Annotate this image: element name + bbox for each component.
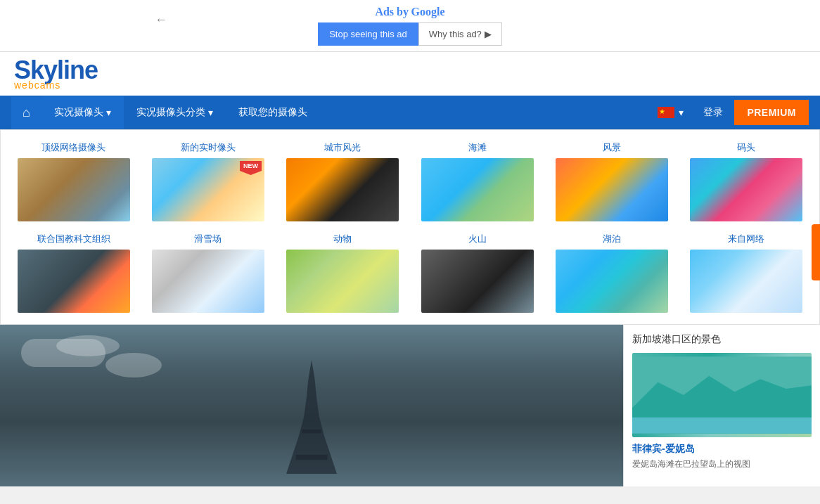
category-image-volcano	[421, 250, 534, 313]
login-button[interactable]: 登录	[692, 96, 734, 129]
ad-bar: Ads by Google Stop seeing this ad Why th…	[0, 0, 820, 52]
category-landscape[interactable]: 风景	[550, 141, 673, 221]
eiffel-tower-silhouette	[276, 360, 347, 486]
category-image-kite	[690, 250, 802, 313]
sidebar-camera-desc: 爱妮岛海滩在巴拉望岛上的视图	[632, 458, 812, 470]
category-top-webcams[interactable]: 顶级网络摄像头	[12, 141, 135, 221]
category-dropdown: 顶级网络摄像头 新的实时像头 NEW 城市风光 海滩 风景 码头 联合国教科文组…	[0, 129, 820, 325]
sidebar-image-svg	[632, 353, 812, 437]
category-animals[interactable]: 动物	[281, 233, 404, 313]
category-label-beach: 海滩	[468, 141, 487, 154]
category-image-lake	[556, 250, 668, 313]
category-image-seaside	[421, 158, 534, 221]
new-badge: NEW	[240, 161, 262, 175]
sidebar-camera-name[interactable]: 菲律宾-爱妮岛	[632, 443, 812, 455]
flag-cn-icon	[658, 107, 674, 118]
language-selector[interactable]: ▾	[649, 107, 692, 118]
sidebar-location-text: 新加坡港口区的景色	[632, 333, 812, 346]
chevron-down-icon: ▾	[106, 107, 111, 118]
header: ← Skyline webcams	[0, 52, 820, 96]
category-label-landscape: 风景	[603, 141, 621, 154]
category-city[interactable]: 城市风光	[281, 141, 404, 221]
category-harbor[interactable]: 码头	[685, 141, 808, 221]
category-image-harbor	[690, 158, 802, 221]
category-image-beach: NEW	[152, 158, 264, 221]
chevron-down-icon-2: ▾	[208, 107, 213, 118]
category-label-city: 城市风光	[324, 141, 361, 154]
main-content: 新加坡港口区的景色 菲律宾-爱妮岛 爱妮岛海滩在巴拉望岛上的视图	[0, 325, 820, 486]
category-image-animals	[286, 250, 399, 313]
flag-dropdown-arrow: ▾	[679, 107, 684, 118]
category-image-pyramids	[18, 158, 130, 221]
ad-buttons-container: Stop seeing this ad Why this ad? ▶	[0, 22, 820, 46]
svg-rect-3	[632, 418, 812, 434]
main-webcam-image[interactable]	[0, 325, 623, 486]
category-from-web[interactable]: 来自网络	[685, 233, 808, 313]
logo-webcams: webcams	[14, 80, 98, 90]
sidebar-panel: 新加坡港口区的景色 菲律宾-爱妮岛 爱妮岛海滩在巴拉望岛上的视图	[623, 325, 820, 486]
nav-label-categories: 实况摄像头分类	[136, 106, 205, 119]
why-icon: ▶	[485, 29, 492, 39]
side-tab[interactable]	[812, 224, 820, 280]
main-nav: ⌂ 实况摄像头 ▾ 实况摄像头分类 ▾ 获取您的摄像头 ▾ 登录 PREMIUM	[0, 96, 820, 129]
premium-button[interactable]: PREMIUM	[734, 100, 809, 125]
svg-rect-0	[296, 455, 328, 460]
back-button[interactable]: ←	[155, 13, 167, 27]
category-unesco[interactable]: 联合国教科文组织	[12, 233, 135, 313]
svg-rect-1	[302, 429, 321, 433]
cloud-2	[56, 335, 120, 356]
category-label-unesco: 联合国教科文组织	[37, 233, 110, 245]
category-label-new: 新的实时像头	[181, 141, 236, 154]
category-label-animals: 动物	[333, 233, 352, 245]
nav-label-get-camera: 获取您的摄像头	[238, 106, 307, 119]
logo[interactable]: Skyline webcams	[14, 58, 98, 90]
ads-by-text: Ads by	[375, 6, 409, 18]
google-text: Google	[411, 6, 445, 18]
category-label-from-web: 来自网络	[728, 233, 764, 245]
nav-item-get-camera[interactable]: 获取您的摄像头	[226, 96, 320, 129]
category-image-city	[286, 158, 399, 221]
category-ski[interactable]: 滑雪场	[146, 233, 269, 313]
category-label-ski: 滑雪场	[194, 233, 222, 245]
category-image-snow	[152, 250, 264, 313]
ads-by-google-label: Ads by Google	[0, 6, 820, 18]
sidebar-thumbnail[interactable]	[632, 353, 812, 437]
nav-label-webcams: 实况摄像头	[54, 106, 103, 119]
category-volcano[interactable]: 火山	[416, 233, 539, 313]
category-label-harbor: 码头	[737, 141, 755, 154]
nav-item-webcams[interactable]: 实况摄像头 ▾	[41, 96, 124, 129]
stop-seeing-ad-button[interactable]: Stop seeing this ad	[318, 22, 418, 46]
category-image-landscape	[556, 158, 668, 221]
cloud-3	[105, 353, 162, 377]
why-this-ad-button[interactable]: Why this ad? ▶	[418, 22, 502, 46]
category-label-lake: 湖泊	[603, 233, 621, 245]
why-this-text: Why this ad?	[429, 29, 482, 39]
category-grid: 顶级网络摄像头 新的实时像头 NEW 城市风光 海滩 风景 码头 联合国教科文组…	[1, 130, 819, 324]
category-beach[interactable]: 海滩	[416, 141, 539, 221]
category-new-realtime[interactable]: 新的实时像头 NEW	[146, 141, 269, 221]
category-label-top: 顶级网络摄像头	[41, 141, 105, 154]
category-label-volcano: 火山	[468, 233, 487, 245]
nav-home-button[interactable]: ⌂	[11, 97, 41, 129]
category-lake[interactable]: 湖泊	[550, 233, 673, 313]
nav-item-categories[interactable]: 实况摄像头分类 ▾	[124, 96, 226, 129]
category-image-moai	[18, 250, 130, 313]
